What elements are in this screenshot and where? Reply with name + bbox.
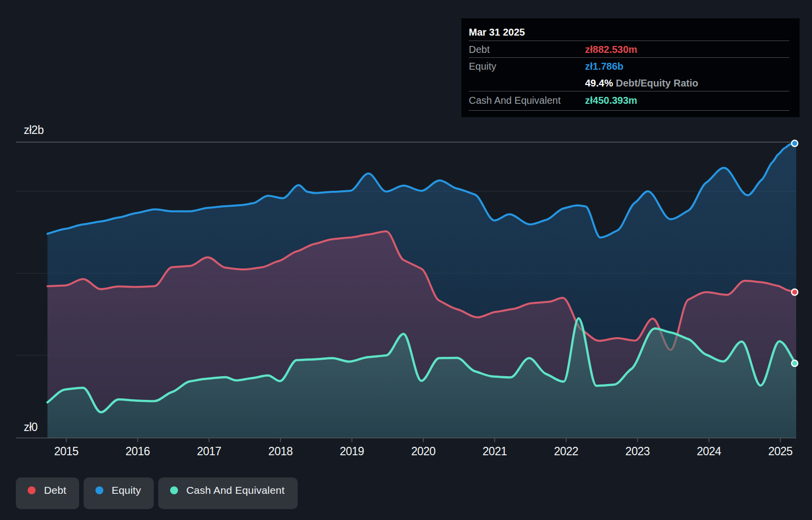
svg-text:2017: 2017 bbox=[197, 445, 221, 458]
svg-text:2020: 2020 bbox=[411, 445, 435, 458]
svg-text:2024: 2024 bbox=[697, 445, 722, 458]
svg-text:zł0: zł0 bbox=[24, 421, 38, 433]
svg-text:2021: 2021 bbox=[483, 445, 507, 458]
svg-text:2022: 2022 bbox=[554, 445, 578, 458]
svg-text:2015: 2015 bbox=[54, 445, 78, 458]
svg-text:2025: 2025 bbox=[768, 445, 792, 458]
svg-text:2016: 2016 bbox=[126, 445, 150, 458]
svg-text:2023: 2023 bbox=[626, 445, 650, 458]
svg-text:zł2b: zł2b bbox=[24, 124, 44, 136]
svg-text:2018: 2018 bbox=[269, 445, 293, 458]
svg-text:2019: 2019 bbox=[340, 445, 364, 458]
